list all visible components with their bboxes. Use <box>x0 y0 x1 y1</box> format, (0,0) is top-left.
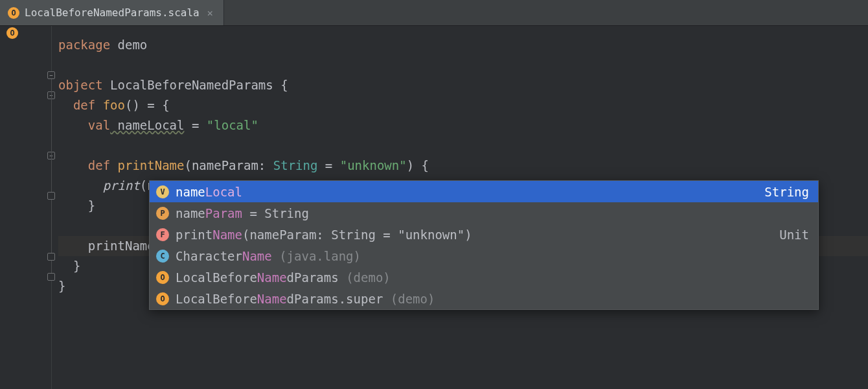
code-line: def foo() = { <box>58 95 868 115</box>
editor-tab[interactable]: O LocalBeforeNamedParams.scala ✕ <box>0 0 223 25</box>
completion-kind-icon: O <box>156 271 169 284</box>
completion-item[interactable]: PnameParam = String <box>150 202 818 224</box>
completion-kind-icon: V <box>156 185 169 198</box>
completion-item[interactable]: FprintName(nameParam: String = "unknown"… <box>150 224 818 245</box>
completion-label: printName(nameParam: String = "unknown") <box>176 228 773 242</box>
code-line <box>58 136 868 156</box>
scala-object-icon: O <box>6 27 18 39</box>
code-line: val nameLocal = "local" <box>58 115 868 136</box>
code-line: def printName(nameParam: String = "unkno… <box>58 156 868 176</box>
code-line: object LocalBeforeNamedParams { <box>58 75 868 95</box>
completion-popup: VnameLocalStringPnameParam = StringFprin… <box>149 180 819 310</box>
completion-kind-icon: O <box>156 292 169 305</box>
editor-area: O package demo object LocalBeforeNamedPa… <box>0 26 868 389</box>
code-line: package demo <box>58 35 868 55</box>
completion-label: nameParam = String <box>176 206 803 220</box>
gutter: O <box>0 26 52 389</box>
code-line <box>58 55 868 75</box>
completion-type: Unit <box>779 228 809 242</box>
completion-kind-icon: P <box>156 207 169 220</box>
tab-bar: O LocalBeforeNamedParams.scala ✕ <box>0 0 868 26</box>
completion-item[interactable]: OLocalBeforeNamedParams.super (demo) <box>150 288 818 309</box>
completion-item[interactable]: CCharacterName (java.lang) <box>150 245 818 266</box>
completion-kind-icon: C <box>156 250 169 263</box>
completion-label: LocalBeforeNamedParams (demo) <box>176 270 803 285</box>
completion-label: nameLocal <box>176 185 758 199</box>
completion-label: CharacterName (java.lang) <box>176 249 803 263</box>
completion-kind-icon: F <box>156 228 169 241</box>
completion-item[interactable]: VnameLocalString <box>150 181 818 202</box>
close-icon[interactable]: ✕ <box>205 7 216 19</box>
tab-filename: LocalBeforeNamedParams.scala <box>25 6 200 19</box>
completion-type: String <box>764 185 809 199</box>
scala-object-icon: O <box>8 7 19 19</box>
completion-item[interactable]: OLocalBeforeNamedParams (demo) <box>150 266 818 288</box>
completion-label: LocalBeforeNamedParams.super (demo) <box>176 292 803 306</box>
